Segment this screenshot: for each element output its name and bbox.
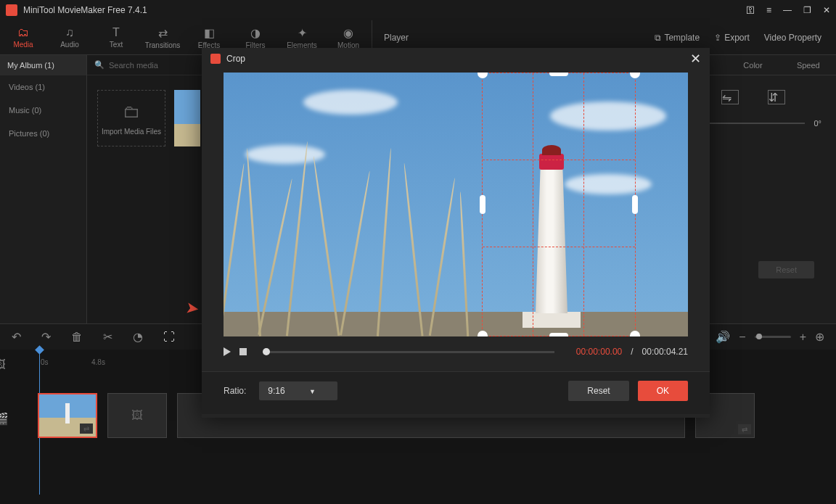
crop-handle-se[interactable] xyxy=(630,331,640,336)
crop-dialog-title: Crop xyxy=(226,54,245,64)
panel-reset-button[interactable]: Reset xyxy=(758,261,814,278)
titlebar: MiniTool MovieMaker Free 7.4.1 ⚿ ≡ — ❐ ✕ xyxy=(0,0,836,20)
chevron-down-icon: ▼ xyxy=(309,388,316,395)
template-label: Template xyxy=(664,33,700,43)
progress-slider[interactable] xyxy=(263,351,554,353)
template-icon: ⧉ xyxy=(655,33,661,43)
sidebar-item-music[interactable]: Music (0) xyxy=(0,99,86,122)
video-track-icon[interactable]: 🎬 xyxy=(0,412,15,426)
video-property-button[interactable]: Video Property xyxy=(764,33,821,43)
tab-audio[interactable]: ♫Audio xyxy=(46,20,93,54)
sidebar-header[interactable]: My Album (1) xyxy=(0,55,86,75)
sidebar-item-pictures[interactable]: Pictures (0) xyxy=(0,122,86,145)
tab-label: Media xyxy=(13,41,33,49)
zoom-fit-icon[interactable]: ⊕ xyxy=(815,330,824,344)
effects-icon: ◧ xyxy=(204,26,215,40)
app-title: MiniTool MovieMaker Free 7.4.1 xyxy=(23,5,746,15)
audio-icon: ♫ xyxy=(65,26,74,39)
menu-icon[interactable]: ≡ xyxy=(766,5,771,15)
maximize-icon[interactable]: ❐ xyxy=(803,5,811,15)
ratio-label: Ratio: xyxy=(224,386,246,396)
transition-badge-icon[interactable]: ⇄ xyxy=(738,424,751,434)
export-icon: ⇪ xyxy=(714,33,721,43)
tab-media[interactable]: 🗂Media xyxy=(0,20,46,54)
stop-icon[interactable] xyxy=(239,348,247,355)
sidebar-item-videos[interactable]: Videos (1) xyxy=(0,75,86,99)
timeline-clip[interactable]: ⇄ xyxy=(38,393,97,438)
crop-dialog: Crop ✕ xyxy=(202,48,710,418)
flip-vertical-icon[interactable]: ⇵ xyxy=(768,90,785,104)
search-placeholder: Search media xyxy=(109,61,158,70)
split-icon[interactable]: ✂ xyxy=(103,330,112,344)
zoom-out-icon[interactable]: − xyxy=(739,331,745,344)
crop-close-icon[interactable]: ✕ xyxy=(690,51,701,67)
crop-handle-nw[interactable] xyxy=(478,73,488,78)
flip-horizontal-icon[interactable]: ⇋ xyxy=(721,90,739,104)
media-icon: 🗂 xyxy=(17,26,29,39)
crop-handle-s[interactable] xyxy=(549,333,568,336)
speed-icon[interactable]: ◔ xyxy=(133,330,143,344)
ok-button[interactable]: OK xyxy=(638,381,688,401)
reset-button[interactable]: Reset xyxy=(568,381,628,401)
tab-text[interactable]: TText xyxy=(93,20,139,54)
video-property-label: Video Property xyxy=(764,33,821,43)
ruler-mark: 4.8s xyxy=(91,358,105,366)
template-button[interactable]: ⧉Template xyxy=(655,33,700,43)
export-label: Export xyxy=(724,33,750,43)
sidebar: My Album (1) Videos (1) Music (0) Pictur… xyxy=(0,55,87,323)
media-thumbnail[interactable] xyxy=(174,90,200,146)
tab-label: Transitions xyxy=(145,41,181,49)
close-icon[interactable]: ✕ xyxy=(823,5,830,15)
text-icon: T xyxy=(112,26,120,39)
crop-handle-n[interactable] xyxy=(549,73,568,76)
motion-icon: ◉ xyxy=(343,26,353,40)
crop-icon[interactable]: ⛶ xyxy=(163,331,175,344)
crop-handle-e[interactable] xyxy=(632,195,638,214)
search-icon: 🔍 xyxy=(94,60,104,70)
redo-icon[interactable]: ↷ xyxy=(41,330,51,344)
time-total: 00:00:04.21 xyxy=(642,347,688,357)
time-separator: / xyxy=(631,347,633,357)
transitions-icon: ⇄ xyxy=(158,26,168,40)
zoom-in-icon[interactable]: + xyxy=(800,331,806,344)
ruler-mark: 0s xyxy=(41,358,49,366)
crop-handle-sw[interactable] xyxy=(478,331,488,336)
tab-transitions[interactable]: ⇄Transitions xyxy=(139,20,186,54)
app-logo-icon xyxy=(6,4,17,16)
timeline-slot[interactable]: 🖼 xyxy=(107,393,167,438)
crop-handle-w[interactable] xyxy=(480,195,485,214)
tab-label: Audio xyxy=(60,41,79,49)
elements-icon: ✦ xyxy=(298,26,307,40)
property-tab-speed[interactable]: Speed xyxy=(781,55,836,75)
play-icon[interactable] xyxy=(224,347,231,356)
key-icon[interactable]: ⚿ xyxy=(746,5,755,15)
zoom-slider[interactable] xyxy=(755,336,791,338)
annotation-arrow-icon: ➤ xyxy=(184,298,200,318)
undo-icon[interactable]: ↶ xyxy=(12,330,21,344)
transition-badge-icon[interactable]: ⇄ xyxy=(80,424,93,434)
volume-icon[interactable]: 🔊 xyxy=(716,330,730,344)
crop-dialog-logo-icon xyxy=(210,54,221,64)
crop-preview[interactable] xyxy=(224,73,688,336)
audio-track-icon[interactable]: ♪ xyxy=(0,466,15,479)
filters-icon: ◑ xyxy=(250,26,261,40)
property-tab-color[interactable]: Color xyxy=(725,55,780,75)
rotation-value: 0° xyxy=(814,119,821,128)
minimize-icon[interactable]: — xyxy=(783,5,792,15)
import-label: Import Media Files xyxy=(102,128,161,136)
time-current: 00:00:00.00 xyxy=(576,347,622,357)
delete-icon[interactable]: 🗑 xyxy=(71,331,83,344)
tab-label: Text xyxy=(110,41,123,49)
ratio-select[interactable]: 9:16 ▼ xyxy=(259,381,337,400)
export-button[interactable]: ⇪Export xyxy=(714,33,750,43)
crop-selection[interactable] xyxy=(482,73,636,336)
ratio-value: 9:16 xyxy=(268,386,284,396)
folder-icon: 🗀 xyxy=(123,102,140,122)
import-media-button[interactable]: 🗀 Import Media Files xyxy=(97,90,165,146)
